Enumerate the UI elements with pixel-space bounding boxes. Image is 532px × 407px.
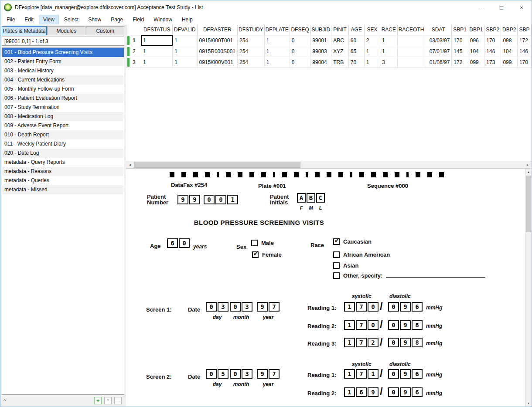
- add-button[interactable]: +: [94, 397, 102, 404]
- cell-sbp1[interactable]: 172: [452, 57, 468, 68]
- diastolic-boxes[interactable]: 096: [388, 369, 423, 379]
- cell-subjid[interactable]: 99003: [310, 46, 331, 57]
- list-item[interactable]: 008 - Medication Log: [2, 112, 124, 121]
- race-option-3[interactable]: Asian: [333, 262, 358, 269]
- cell-race[interactable]: 1: [380, 46, 398, 57]
- vertical-scrollbar[interactable]: ▴ ▾: [525, 169, 532, 407]
- checkbox-checked[interactable]: ✓: [252, 251, 259, 258]
- list-item[interactable]: metadata - Missed: [2, 185, 124, 194]
- tab-custom[interactable]: Custom: [86, 26, 124, 35]
- vertical-scrollbar-thumb[interactable]: [526, 176, 531, 232]
- sex-option-female[interactable]: ✓Female: [252, 251, 282, 258]
- column-header-dfplate[interactable]: DFPLATE: [264, 25, 290, 35]
- diastolic-boxes[interactable]: 096: [388, 387, 423, 397]
- patient-number-boxes[interactable]: 001: [204, 195, 238, 204]
- close-button[interactable]: ×: [512, 0, 532, 14]
- date-day-boxes[interactable]: 05: [206, 369, 228, 379]
- race-option-1[interactable]: ✓Caucasian: [333, 238, 372, 245]
- horizontal-scrollbar-thumb[interactable]: [134, 162, 300, 168]
- cell-subjid[interactable]: 99001: [310, 35, 331, 46]
- cell-raceoth[interactable]: [397, 35, 425, 46]
- cell-dfstatus[interactable]: 1: [141, 35, 173, 46]
- cell-sex[interactable]: 1: [364, 57, 380, 68]
- column-header-sex[interactable]: SEX: [364, 25, 380, 35]
- date-year-boxes[interactable]: 97: [257, 369, 280, 379]
- column-header-sdat[interactable]: SDAT: [425, 25, 452, 35]
- list-item[interactable]: 020 - Date Log: [2, 149, 124, 158]
- column-header-subjid[interactable]: SUBJID: [310, 25, 331, 35]
- cell-dfraster[interactable]: 0915/000T001: [197, 35, 237, 46]
- cell-sbp2[interactable]: 173: [484, 57, 501, 68]
- list-item[interactable]: 009 - Adverse Event Report: [2, 121, 124, 130]
- remove-button[interactable]: —: [114, 397, 122, 404]
- cell-pinit[interactable]: XYZ: [331, 46, 349, 57]
- list-item[interactable]: 005 - Monthly Follow-up Form: [2, 85, 124, 94]
- column-header-sbp[interactable]: SBP: [517, 25, 531, 35]
- checkbox-checked[interactable]: ✓: [333, 238, 340, 245]
- cell-dfvalid[interactable]: 1: [173, 57, 197, 68]
- sex-option-male[interactable]: Male: [251, 240, 274, 246]
- patient-number-boxes[interactable]: 99: [177, 195, 200, 204]
- cell-pinit[interactable]: ABC: [331, 35, 349, 46]
- cell-dfseq[interactable]: 0: [290, 35, 310, 46]
- cell-dfseq[interactable]: 0: [290, 57, 310, 68]
- systolic-boxes[interactable]: 170: [344, 302, 379, 312]
- column-header-dfstatus[interactable]: DFSTATUS: [141, 25, 173, 35]
- horizontal-scrollbar[interactable]: ◂ ▸: [126, 161, 532, 168]
- date-month-boxes[interactable]: 03: [230, 369, 252, 379]
- cell-dbp1[interactable]: 096: [468, 35, 484, 46]
- cell-sdat[interactable]: 07/01/97: [425, 46, 452, 57]
- column-header-race[interactable]: RACE: [380, 25, 398, 35]
- date-year-boxes[interactable]: 97: [257, 302, 280, 312]
- list-item[interactable]: 002 - Patient Entry Form: [2, 57, 124, 66]
- checkbox-unchecked[interactable]: [251, 240, 258, 246]
- list-item[interactable]: metadata - Query Reports: [2, 158, 124, 167]
- cell-dfplate[interactable]: 1: [264, 35, 290, 46]
- cell-sbp2[interactable]: 170: [484, 35, 501, 46]
- cell-sex[interactable]: 1: [364, 46, 380, 57]
- scroll-left-icon[interactable]: ◂: [126, 161, 133, 168]
- cell-sbp2[interactable]: 146: [484, 46, 501, 57]
- systolic-boxes[interactable]: 172: [344, 338, 379, 347]
- column-header-dfraster[interactable]: DFRASTER: [197, 25, 237, 35]
- table-row[interactable]: 1110915/000T0012541099001ABC602103/03/97…: [126, 35, 532, 46]
- checkbox-unchecked[interactable]: [333, 262, 340, 269]
- cell-dfstudy[interactable]: 254: [238, 46, 265, 57]
- cell-dfseq[interactable]: 0: [290, 46, 310, 57]
- column-header-dbp1[interactable]: DBP1: [468, 25, 484, 35]
- race-option-2[interactable]: African American: [333, 251, 390, 258]
- scroll-up-icon[interactable]: ▴: [525, 169, 532, 175]
- tab-plates-metadata[interactable]: Plates & Metadata: [2, 26, 47, 35]
- column-header-dfstudy[interactable]: DFSTUDY: [238, 25, 265, 35]
- date-month-boxes[interactable]: 03: [230, 302, 252, 312]
- sidebar-scroll-up-icon[interactable]: ^: [3, 398, 6, 404]
- cell-age[interactable]: 60: [348, 35, 364, 46]
- cell-dfraster[interactable]: 0915R000S001: [197, 46, 237, 57]
- menu-help[interactable]: Help: [177, 15, 197, 24]
- menu-field[interactable]: Field: [128, 15, 148, 24]
- cell-age[interactable]: 65: [348, 46, 364, 57]
- cell-sbp1[interactable]: 145: [452, 46, 468, 57]
- cell-race[interactable]: 1: [380, 35, 398, 46]
- menu-window[interactable]: Window: [149, 15, 177, 24]
- diastolic-boxes[interactable]: 096: [388, 302, 423, 312]
- row-header[interactable]: 3: [126, 57, 141, 68]
- table-row[interactable]: 3110915/000V0012541099004TRB701301/06/97…: [126, 57, 532, 68]
- scroll-right-icon[interactable]: ▸: [524, 161, 531, 168]
- minimize-button[interactable]: —: [471, 0, 491, 14]
- table-row[interactable]: 2110915R000S0012541099003XYZ651107/01/97…: [126, 46, 532, 57]
- cell-sdat[interactable]: 03/03/97: [425, 35, 452, 46]
- cell-subjid[interactable]: 99004: [310, 57, 331, 68]
- cell-dfstatus[interactable]: 1: [141, 57, 173, 68]
- cell-dfvalid[interactable]: 1: [173, 35, 197, 46]
- column-header-dfvalid[interactable]: DFVALID: [173, 25, 197, 35]
- cell-sex[interactable]: 2: [364, 35, 380, 46]
- checkbox-unchecked[interactable]: [333, 251, 340, 258]
- systolic-boxes[interactable]: 171: [344, 369, 379, 379]
- menu-show[interactable]: Show: [84, 15, 106, 24]
- list-item[interactable]: 001 - Blood Pressure Screening Visits: [2, 48, 124, 57]
- maximize-button[interactable]: □: [491, 0, 512, 14]
- scroll-down-icon[interactable]: ▾: [525, 400, 532, 407]
- cell-age[interactable]: 70: [348, 57, 364, 68]
- list-item[interactable]: 003 - Medical History: [2, 66, 124, 75]
